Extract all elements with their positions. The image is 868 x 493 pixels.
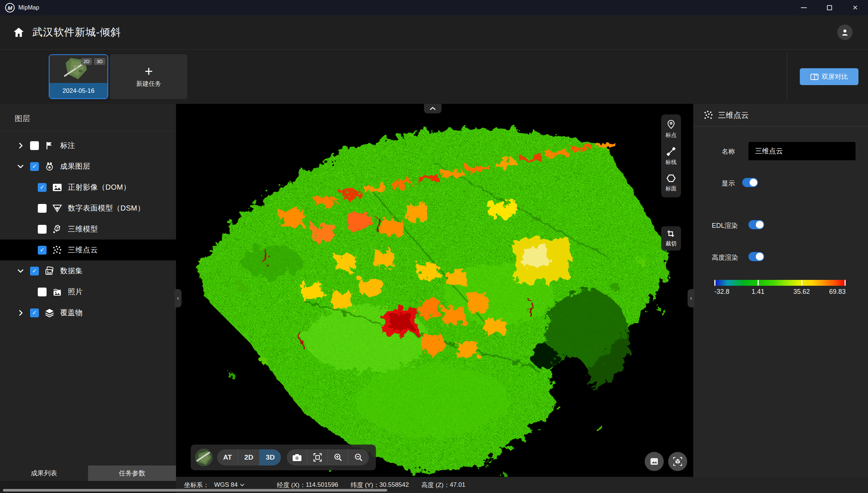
split-screen-icon — [810, 74, 818, 80]
tab-results-list[interactable]: 成果列表 — [0, 465, 88, 481]
zoom-out-button[interactable] — [348, 449, 369, 465]
layer-row-dataset[interactable]: ✓ 数据集 — [0, 260, 176, 281]
checkbox[interactable]: ✓ — [38, 225, 47, 234]
reset-view-button[interactable] — [668, 452, 687, 471]
layer-row-overlays[interactable]: ✓ 覆盖物 — [0, 302, 176, 323]
chevron-down-icon[interactable] — [17, 269, 25, 273]
titlebar: M MipMap ✕ — [0, 0, 868, 15]
crs-value: WGS 84 — [214, 481, 238, 489]
fit-view-button[interactable] — [307, 449, 328, 465]
home-icon[interactable] — [13, 27, 24, 37]
header: 武汉软件新城-倾斜 — [0, 15, 868, 50]
layers-panel-title: 图层 — [0, 104, 176, 131]
model-icon — [52, 224, 62, 234]
chevron-down-icon — [240, 483, 245, 486]
chevron-right-icon[interactable] — [17, 310, 25, 316]
viewport-corner-buttons — [645, 452, 687, 471]
longitude-value: 114.501596 — [306, 481, 338, 489]
app-window: M MipMap ✕ 武汉软件新城-倾斜 — [0, 0, 868, 493]
name-label: 名称 — [722, 147, 735, 156]
altitude-readout: 高度 (Z)：47.01 — [421, 481, 465, 489]
plus-icon: + — [144, 66, 153, 77]
mark-area-tool[interactable]: 标面 — [661, 174, 681, 192]
pointcloud-icon — [52, 245, 62, 255]
app-name: MipMap — [18, 4, 39, 11]
close-button[interactable]: ✕ — [842, 0, 868, 15]
height-color-ramp — [714, 280, 846, 286]
basemap-thumbnail[interactable] — [195, 449, 213, 466]
layer-row-model[interactable]: ✓ 三维模型 — [0, 219, 176, 240]
polygon-icon — [666, 174, 676, 183]
sidebar-tabs: 成果列表 任务参数 — [0, 465, 176, 481]
annotation-toolbar: 标点 标线 标面 — [661, 114, 681, 197]
ramp-tick3-value: 35.62 — [793, 288, 810, 296]
inspector-collapse-handle[interactable]: › — [688, 289, 695, 307]
tab-task-params[interactable]: 任务参数 — [88, 465, 176, 481]
map-viewport[interactable]: ‹ › 标点 标线 标面 裁切 AT — [176, 104, 693, 477]
measure-line-icon — [666, 147, 676, 156]
ramp-tick2-value: 1.41 — [751, 288, 764, 296]
checkbox[interactable]: ✓ — [38, 204, 47, 213]
badge-3d: 3D — [94, 58, 105, 65]
longitude-readout: 经度 (X)：114.501596 — [277, 481, 338, 489]
basemap-toggle-button[interactable] — [645, 452, 664, 471]
task-card[interactable]: 2D 3D 2024-05-16 — [49, 54, 108, 99]
image-icon — [650, 457, 659, 465]
flag-icon — [44, 141, 55, 150]
checkbox[interactable]: ✓ — [38, 246, 47, 255]
layer-tree: ✓ 标注 ✓ 成果图层 ✓ 正射影像（DOM） ✓ 数 — [0, 135, 176, 323]
viewport-collapse-tab[interactable] — [424, 104, 442, 113]
display-toggle[interactable] — [742, 178, 758, 187]
checkbox[interactable]: ✓ — [38, 183, 47, 192]
camera-icon — [292, 453, 302, 461]
layer-row-dsm[interactable]: ✓ 数字表面模型（DSM） — [0, 198, 176, 219]
mark-line-tool[interactable]: 标线 — [661, 147, 681, 166]
clip-tool[interactable]: 裁切 — [661, 226, 681, 251]
crs-label: 坐标系： — [184, 481, 209, 489]
horizontal-scrollbar[interactable] — [3, 489, 387, 492]
inspector-title: 三维点云 — [718, 110, 749, 120]
latitude-value: 30.558542 — [380, 481, 409, 489]
layer-row-dom[interactable]: ✓ 正射影像（DOM） — [0, 177, 176, 198]
dual-screen-compare-button[interactable]: 双屏对比 — [800, 68, 858, 85]
user-avatar[interactable] — [837, 25, 853, 40]
inspector-header: 三维点云 — [693, 104, 868, 127]
layer-row-results[interactable]: ✓ 成果图层 — [0, 156, 176, 177]
checkbox[interactable]: ✓ — [30, 162, 39, 171]
checkbox[interactable]: ✓ — [38, 288, 47, 296]
close-icon: ✕ — [852, 4, 858, 11]
maximize-button[interactable] — [817, 0, 842, 15]
minimize-button[interactable] — [791, 0, 817, 15]
screenshot-button[interactable] — [287, 449, 307, 465]
layer-row-pointcloud[interactable]: ✓ 三维点云 — [0, 240, 176, 260]
checkbox[interactable]: ✓ — [30, 141, 39, 150]
sidebar-collapse-handle[interactable]: ‹ — [175, 289, 182, 307]
mode-at-button[interactable]: AT — [217, 449, 238, 465]
edl-label: EDL渲染 — [712, 221, 738, 230]
chevron-up-icon — [429, 107, 436, 110]
checkbox[interactable]: ✓ — [30, 267, 39, 275]
crop-icon — [667, 230, 675, 238]
mark-point-tool[interactable]: 标点 — [661, 120, 681, 139]
crs-selector[interactable]: 坐标系： WGS 84 — [184, 481, 245, 489]
layers-icon — [44, 308, 55, 318]
new-task-button[interactable]: + 新建任务 — [110, 54, 187, 99]
pointcloud-inspector-panel: 三维点云 名称 显示 EDL渲染 高度渲染 -32.8 1.41 35.62 6… — [693, 104, 868, 477]
layer-row-annotations[interactable]: ✓ 标注 — [0, 135, 176, 156]
layer-row-photos[interactable]: ✓ 照片 — [0, 281, 176, 302]
chevron-right-icon[interactable] — [17, 142, 25, 149]
name-input[interactable] — [748, 142, 856, 160]
badge-2d: 2D — [81, 58, 92, 65]
height-render-toggle[interactable] — [748, 252, 764, 261]
latitude-readout: 纬度 (Y)：30.558542 — [351, 481, 409, 489]
edl-toggle[interactable] — [748, 220, 764, 229]
zoom-in-button[interactable] — [328, 449, 348, 465]
chevron-down-icon[interactable] — [17, 164, 25, 168]
mode-2d-button[interactable]: 2D — [238, 449, 260, 465]
photo-icon — [52, 288, 62, 296]
dsm-icon — [52, 204, 62, 213]
checkbox[interactable]: ✓ — [30, 308, 39, 317]
minimize-icon — [801, 7, 807, 8]
mode-3d-button[interactable]: 3D — [260, 449, 281, 465]
task-thumbnail: 2D 3D — [50, 55, 107, 83]
